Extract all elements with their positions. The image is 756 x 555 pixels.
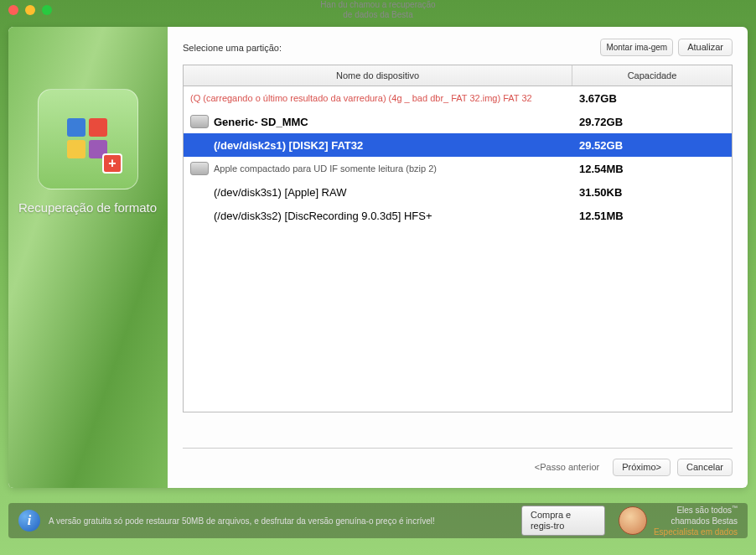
partition-table: Nome do dispositivo Capacidade (Q (carre… [183,65,733,412]
table-body: (Q (carregando o último resultado da var… [184,86,732,412]
plus-badge-icon: + [102,153,122,174]
disk-icon [190,162,209,175]
content-area: Selecione uma partição: Montar ima-gem A… [168,27,748,488]
table-row[interactable]: (/dev/disk3s2) [DiscRecording 9.0.3d5] H… [184,204,732,227]
main-panel: + Recuperação de formato Selecione uma p… [8,27,748,488]
cancel-button[interactable]: Cancelar [677,459,733,476]
next-button[interactable]: Próximo> [613,459,671,476]
titlebar: Han du chamou a recuperação de dados da … [0,0,756,20]
window-title: Han du chamou a recuperação de dados da … [320,0,435,20]
close-icon[interactable] [8,5,18,15]
table-row[interactable]: (Q (carregando o último resultado da var… [184,86,732,110]
info-icon: i [18,510,40,532]
table-header: Nome do dispositivo Capacidade [184,65,732,86]
mount-image-button[interactable]: Montar ima-gem [600,39,673,56]
sidebar: + Recuperação de formato [8,27,168,488]
table-row[interactable]: (/dev/disk3s1) [Apple] RAW 31.50KB [184,180,732,204]
col-device-name[interactable]: Nome do dispositivo [184,65,572,86]
table-row[interactable]: Generic- SD_MMC 29.72GB [184,110,732,133]
app-logo-tile: + [38,89,138,189]
brand-text: Eles são todos™ chamados Bestas Especial… [654,504,738,537]
app-logo-icon: + [59,110,117,169]
col-capacity[interactable]: Capacidade [572,65,732,86]
select-partition-label: Selecione uma partição: [183,43,282,53]
disk-icon [190,115,209,128]
previous-step-button[interactable]: <Passo anterior [528,459,606,475]
refresh-button[interactable]: Atualizar [678,39,733,56]
buy-register-button[interactable]: Compra e regis-tro [521,506,605,536]
footer-bar: i A versão gratuita só pode restaurar 50… [8,503,748,538]
divider [183,448,733,449]
window-controls [8,5,52,15]
maximize-icon[interactable] [42,5,52,15]
sidebar-title: Recuperação de formato [18,200,158,216]
table-row-selected[interactable]: (/dev/disk2s1) [DISK2] FAT32 29.52GB [184,133,732,157]
wizard-buttons: <Passo anterior Próximo> Cancelar [183,459,733,476]
minimize-icon[interactable] [25,5,35,15]
table-row[interactable]: Apple compactado para UD IF somente leit… [184,157,732,180]
mascot-icon [619,506,647,535]
footer-message: A versão gratuita só pode restaurar 50MB… [49,516,521,526]
